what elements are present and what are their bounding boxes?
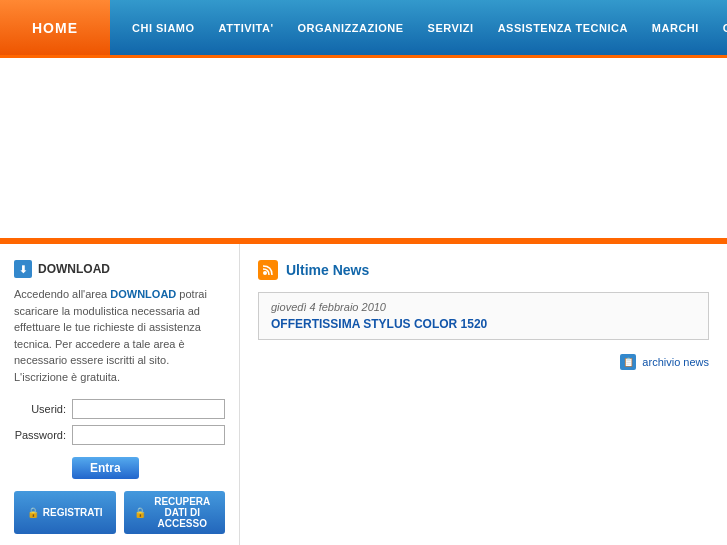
nav-item-assistenza[interactable]: ASSISTENZA TECNICA — [486, 22, 640, 34]
download-label: DOWNLOAD — [38, 262, 110, 276]
download-highlight: DOWNLOAD — [110, 288, 176, 300]
entra-button[interactable]: Entra — [72, 457, 139, 479]
lock-icon-recupera: 🔒 — [134, 507, 146, 518]
download-description: Accedendo all'area DOWNLOAD potrai scari… — [14, 286, 225, 385]
left-panel: DOWNLOAD Accedendo all'area DOWNLOAD pot… — [0, 244, 240, 545]
news-section-title: Ultime News — [286, 262, 369, 278]
hero-area — [0, 58, 727, 238]
nav-item-servizi[interactable]: SERVIZI — [416, 22, 486, 34]
userid-row: Userid: — [14, 399, 225, 419]
bottom-buttons: 🔒 REGISTRATI 🔒 RECUPERA DATI DI ACCESSO — [14, 491, 225, 534]
archivio-row: archivio news — [258, 354, 709, 370]
registrati-button[interactable]: 🔒 REGISTRATI — [14, 491, 116, 534]
rss-icon — [258, 260, 278, 280]
news-item-link[interactable]: OFFERTISSIMA STYLUS COLOR 1520 — [271, 317, 696, 331]
nav-items-container: CHI SIAMO ATTIVITA' ORGANIZZAZIONE SERVI… — [110, 0, 727, 55]
nav-item-come[interactable]: COME RAGGIUNGERCI — [711, 22, 727, 34]
news-item: giovedì 4 febbraio 2010 OFFERTISSIMA STY… — [258, 292, 709, 340]
svg-point-0 — [263, 271, 267, 275]
download-icon — [14, 260, 32, 278]
userid-label: Userid: — [14, 403, 66, 415]
content-area: DOWNLOAD Accedendo all'area DOWNLOAD pot… — [0, 244, 727, 545]
userid-input[interactable] — [72, 399, 225, 419]
archivio-icon — [620, 354, 636, 370]
lock-icon-registrati: 🔒 — [27, 507, 39, 518]
nav-item-chi-siamo[interactable]: CHI SIAMO — [120, 22, 207, 34]
password-row: Password: — [14, 425, 225, 445]
archivio-news-link[interactable]: archivio news — [642, 356, 709, 368]
nav-item-attivita[interactable]: ATTIVITA' — [207, 22, 286, 34]
download-section-title: DOWNLOAD — [14, 260, 225, 278]
entra-row: Entra — [14, 451, 225, 479]
right-panel: Ultime News giovedì 4 febbraio 2010 OFFE… — [240, 244, 727, 545]
nav-item-organizzazione[interactable]: ORGANIZZAZIONE — [286, 22, 416, 34]
password-label: Password: — [14, 429, 66, 441]
news-header: Ultime News — [258, 260, 709, 280]
navigation: HOME CHI SIAMO ATTIVITA' ORGANIZZAZIONE … — [0, 0, 727, 58]
news-date: giovedì 4 febbraio 2010 — [271, 301, 696, 313]
recupera-button[interactable]: 🔒 RECUPERA DATI DI ACCESSO — [124, 491, 226, 534]
nav-item-marchi[interactable]: MARCHI — [640, 22, 711, 34]
nav-home-button[interactable]: HOME — [0, 0, 110, 55]
password-input[interactable] — [72, 425, 225, 445]
